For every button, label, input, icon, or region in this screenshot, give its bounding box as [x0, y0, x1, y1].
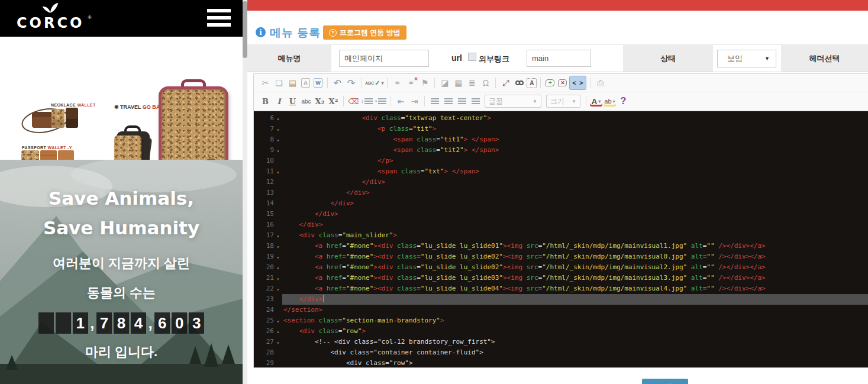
fold-arrow-icon[interactable]: ▾ [274, 145, 282, 156]
hero-subtitle2: 동물의 수는 [87, 284, 156, 302]
vertical-scrollbar[interactable] [243, 0, 247, 384]
print-icon[interactable]: ⎙ [594, 76, 606, 90]
html-source-editor: ✂❏▤AW↶↷ABC✓▾⚭⚭⚑◪▦≣Ω⤢A+✕< >⎙ BIUabcX₂X²⌫⇤… [253, 73, 868, 368]
fold-arrow-icon[interactable]: ▾ [274, 283, 282, 294]
fold-arrow-icon[interactable]: ▾ [274, 166, 282, 177]
code-line: 9▾ <span class="tit2"> </span> [254, 145, 868, 156]
preview-header: CORCO ® [0, 0, 243, 37]
code-line: 19▾ <a href="#none"><div class="lu_slide… [254, 251, 868, 262]
table-icon[interactable]: ▦ [452, 76, 464, 90]
paste-word-icon[interactable]: W [314, 78, 322, 88]
code-line: 27▾ <!-- <div class="col-12 brandstory_r… [254, 337, 868, 347]
line-number: 29 [254, 358, 274, 367]
size-select[interactable]: 크기▼ [546, 95, 580, 108]
save-button[interactable]: 저장하기 [642, 379, 688, 384]
page-break-icon[interactable]: ≣ [466, 76, 478, 90]
fold-gutter [274, 177, 282, 188]
link-icon[interactable]: ⚭ [391, 76, 404, 90]
outdent-icon[interactable]: ⇤ [395, 94, 407, 108]
product-slider[interactable]: NECKLACE WALLET PASSPORT WALLET -Y ❋ TRA… [0, 37, 243, 160]
chevron-down-icon: ▼ [764, 56, 770, 62]
code-line: 8▾ <span class="tit1"> </span> [254, 134, 868, 145]
fold-arrow-icon[interactable]: ▾ [274, 241, 282, 251]
fold-arrow-icon[interactable]: ▾ [274, 251, 282, 262]
unlink-icon[interactable]: ⚭ [405, 76, 417, 90]
underline-icon[interactable]: U [286, 94, 299, 108]
line-number: 10 [254, 156, 274, 166]
remove-format-icon[interactable]: ⌫ [347, 94, 360, 108]
copy-icon[interactable]: ❏ [273, 76, 285, 90]
indent-icon[interactable]: ⇥ [408, 94, 421, 108]
maximize-icon[interactable]: ⤢ [499, 76, 512, 90]
help-icon[interactable]: ? [617, 94, 630, 108]
spellcheck-icon[interactable]: ABC✓▾ [365, 76, 383, 90]
url-input[interactable] [527, 50, 591, 67]
hamburger-menu-icon[interactable] [207, 9, 231, 28]
scrollbar-thumb[interactable] [243, 1, 247, 58]
hero-title-line1: Save Animals, [49, 183, 194, 213]
corco-logo[interactable]: CORCO ® [17, 2, 85, 30]
subscript-icon[interactable]: X₂ [314, 94, 326, 108]
code-line: 17▾ <div class="main_slider"> [254, 230, 868, 241]
font-select[interactable]: 글꼴▼ [485, 95, 541, 108]
fold-arrow-icon[interactable]: ▾ [274, 230, 282, 241]
line-number: 24 [254, 305, 274, 315]
highlight-color-icon[interactable]: ab▾ [604, 96, 616, 107]
line-number: 14 [254, 198, 274, 209]
hero-title-line2: Save Humanity [43, 213, 199, 243]
toolbar-divider [495, 78, 496, 88]
align-center-icon[interactable] [442, 94, 454, 108]
special-char-icon[interactable]: Ω [479, 76, 492, 90]
admin-panel: i 메뉴 등록 ? 프로그램 연동 방법 메뉴명 url 외부링크 상태 보임 … [247, 0, 868, 384]
undo-icon[interactable]: ↶ [331, 76, 344, 90]
line-number: 7 [254, 124, 274, 134]
fold-gutter [274, 294, 282, 305]
superscript-icon[interactable]: X² [327, 94, 340, 108]
toolbar-divider [327, 78, 328, 88]
anchor-flag-icon[interactable]: ⚑ [418, 76, 431, 90]
align-justify-icon[interactable] [469, 94, 482, 108]
align-right-icon[interactable] [456, 94, 468, 108]
external-link-checkbox[interactable] [468, 53, 476, 61]
fold-arrow-icon[interactable]: ▾ [274, 262, 282, 273]
align-left-icon[interactable] [428, 94, 441, 108]
line-number: 25 [254, 315, 274, 326]
bold-icon[interactable]: B [259, 94, 272, 108]
image-icon[interactable]: ◪ [438, 76, 451, 90]
fold-arrow-icon[interactable]: ▾ [274, 326, 282, 337]
line-number: 12 [254, 177, 274, 188]
program-link-help-button[interactable]: ? 프로그램 연동 방법 [323, 25, 406, 40]
animal-counter: 1,784,603 [37, 312, 205, 334]
italic-icon[interactable]: I [273, 94, 285, 108]
paste-icon[interactable]: ▤ [286, 76, 299, 90]
bubble-add-icon[interactable]: + [546, 79, 554, 86]
source-code-area[interactable]: 6▾ <div class="txtwrap text-center">7▾ <… [254, 111, 868, 367]
necklace-wallet-image [32, 112, 53, 128]
status-select[interactable]: 보임 ▼ [717, 50, 776, 67]
info-icon: i [256, 27, 266, 37]
numbered-list-icon[interactable] [361, 94, 373, 108]
fold-arrow-icon[interactable]: ▾ [274, 134, 282, 145]
fold-arrow-icon[interactable]: ▾ [274, 315, 282, 326]
select-all-icon[interactable]: A [527, 78, 537, 88]
code-line: 16 </div> [254, 220, 868, 230]
redo-icon[interactable]: ↷ [345, 76, 357, 90]
find-icon[interactable] [513, 76, 525, 90]
strikethrough-icon[interactable]: abc [300, 94, 312, 108]
fold-arrow-icon[interactable]: ▾ [274, 113, 282, 124]
line-number: 16 [254, 220, 274, 230]
brand-name: CORCO [17, 16, 85, 30]
bulleted-list-icon[interactable] [375, 94, 387, 108]
menu-form: 메뉴명 url 외부링크 상태 보임 ▼ 헤더선택 [247, 44, 868, 72]
code-line: 25▾<section class="section-main-brandsto… [254, 315, 868, 326]
text-color-icon[interactable]: A▾ [590, 96, 602, 107]
cut-icon[interactable]: ✂ [259, 76, 272, 90]
fold-arrow-icon[interactable]: ▾ [274, 337, 282, 347]
menu-name-input[interactable] [339, 50, 429, 67]
source-button[interactable]: < > [569, 76, 586, 90]
code-line: 20▾ <a href="#none"><div class="lu_slide… [254, 262, 868, 273]
fold-arrow-icon[interactable]: ▾ [274, 273, 282, 283]
paste-text-icon[interactable]: A [301, 78, 310, 88]
fold-arrow-icon[interactable]: ▾ [274, 124, 282, 134]
bubble-remove-icon[interactable]: ✕ [558, 79, 567, 86]
